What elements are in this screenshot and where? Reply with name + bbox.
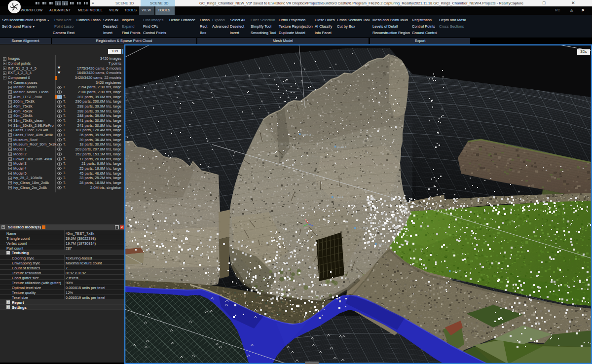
svg-text:point 5: point 5 (337, 146, 347, 148)
svg-text:point 1: point 1 (378, 243, 387, 246)
svg-text:point 4: point 4 (334, 196, 344, 199)
svg-text:point 2: point 2 (452, 270, 461, 273)
svg-text:1dm2 0: 1dm2 0 (357, 227, 368, 230)
svg-text:point 3: point 3 (302, 133, 311, 136)
